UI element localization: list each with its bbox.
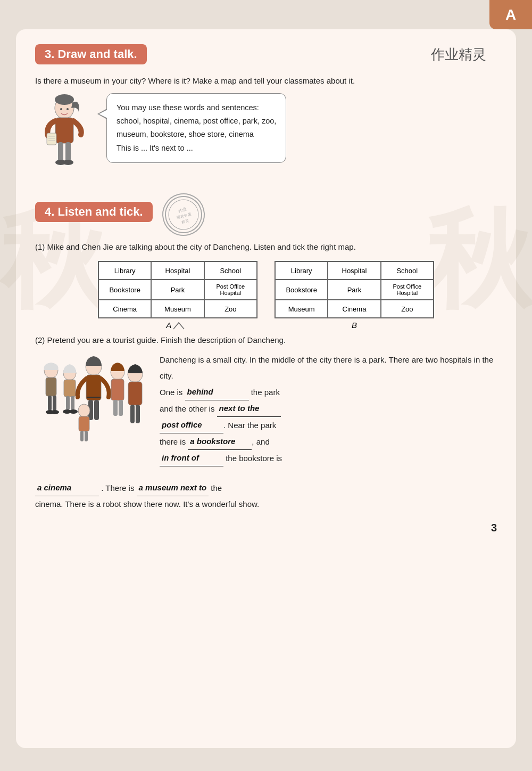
map-a: Library Hospital School Bookstore Park P… [98,261,257,318]
part1-instruction: (1) Mike and Chen Jie are talking about … [35,240,497,254]
desc-line1: Dancheng is a small city. In the middle … [160,355,493,380]
svg-point-1 [55,94,74,105]
section4: 4. Listen and tick. 作业 辅导专属 精灵 (1) Mike … [35,193,497,513]
svg-rect-33 [119,400,123,416]
desc-and: , and [252,437,269,446]
desc-line5-pre: and the other is [160,404,217,413]
svg-text:精灵: 精灵 [181,218,189,224]
map-b-label: B [275,321,434,330]
fill-cinema: a cinema [35,480,99,496]
map-b-cell-5: Park [328,280,380,300]
corner-label: A [505,6,516,23]
speech-line4: This is ... It's next to ... [117,142,276,155]
fill-post-office: post office [160,417,223,433]
map-b: Library Hospital School Bookstore Park P… [275,261,434,318]
svg-point-12 [66,108,69,110]
desc-line4-post: the park [249,388,280,397]
fill-museum-next-to: a museum next to [137,480,209,496]
fill-bookstore: a bookstore [188,433,252,450]
svg-rect-20 [48,396,52,411]
desc-there-is: there is [160,437,188,446]
map-b-cell-9: Zoo [381,300,434,318]
map-a-cell-2: Hospital [151,261,204,280]
description-block: Dancheng is a small city. In the middle … [160,352,497,466]
svg-rect-8 [65,142,71,161]
page-corner: A [489,0,532,29]
svg-rect-40 [130,405,135,423]
bottom-the: the [211,483,222,493]
svg-rect-23 [64,380,76,397]
map-b-cell-7: Museum [275,300,328,318]
desc-bookstore-is: the bookstore is [223,454,282,463]
map-b-cell-4: Bookstore [275,280,328,300]
svg-rect-7 [58,142,63,161]
map-a-container: Library Hospital School Bookstore Park P… [98,261,257,330]
map-a-cell-4: Bookstore [98,280,151,300]
svg-rect-19 [46,378,56,396]
svg-rect-25 [71,396,74,410]
svg-rect-3 [47,133,56,145]
speech-line1: You may use these words and sentences: [117,101,276,114]
svg-rect-2 [55,118,73,143]
svg-rect-31 [111,379,124,400]
chinese-title: 作业精灵 [431,45,486,64]
svg-rect-32 [113,400,118,416]
svg-rect-24 [66,396,70,410]
svg-rect-37 [85,431,88,441]
svg-point-46 [69,409,78,414]
svg-point-44 [51,410,59,414]
svg-rect-21 [53,396,56,411]
page-number: 3 [35,522,497,534]
maps-container: Library Hospital School Bookstore Park P… [35,261,497,330]
girl-illustration [35,93,94,181]
map-b-cell-6: Post Office Hospital [381,280,434,300]
main-card: 秋 秋 3. Draw and talk. 作业精灵 Is there a mu… [16,29,516,748]
fill-next-to: next to the [217,400,281,417]
speech-line2: school, hospital, cinema, post office, p… [117,114,276,128]
fill-in-front-of: in front of [160,450,223,466]
svg-text:作业: 作业 [177,207,187,214]
section3-intro: Is there a museum in your city? Where is… [35,74,497,88]
map-a-cell-1: Library [98,261,151,280]
bottom-cinema-sentence: cinema. There is a robot show there now.… [35,499,259,508]
svg-point-34 [78,404,90,417]
map-b-cell-1: Library [275,261,328,280]
map-b-container: Library Hospital School Bookstore Park P… [275,261,434,330]
svg-rect-41 [136,405,140,423]
svg-rect-29 [94,400,99,420]
map-a-label: A [98,321,257,330]
bottom-there-is: . There is [101,483,136,493]
map-b-cell-8: Cinema [328,300,380,318]
map-a-cell-8: Museum [151,300,204,318]
map-a-cell-9: Zoo [204,300,257,318]
svg-rect-39 [128,382,142,405]
map-b-cell-2: Hospital [328,261,380,280]
map-b-cell-3: School [381,261,434,280]
map-a-cell-6: Post Office Hospital [204,280,257,300]
bottom-description: a cinema . There is a museum next to the… [35,480,497,512]
map-a-cell-3: School [204,261,257,280]
svg-point-10 [63,160,73,165]
section3: 3. Draw and talk. 作业精灵 Is there a museum… [35,44,497,181]
map-a-cell-5: Park [151,280,204,300]
desc-line4-pre: One is [160,388,185,397]
svg-rect-27 [86,375,101,400]
svg-rect-35 [79,416,89,431]
section4-title: 4. Listen and tick. [35,202,153,222]
svg-rect-36 [80,431,84,441]
fill-behind: behind [185,384,249,400]
section3-title: 3. Draw and talk. [35,44,147,64]
stamp: 作业 辅导专属 精灵 [157,188,210,241]
speech-bubble: You may use these words and sentences: s… [106,93,286,163]
part2-body: Dancheng is a small city. In the middle … [35,352,497,477]
speech-line3: museum, bookstore, shoe store, cinema [117,128,276,141]
svg-point-11 [60,108,62,110]
part2-instruction: (2) Pretend you are a tourist guide. Fin… [35,335,497,345]
desc-near: . Near the park [223,421,276,430]
map-a-cell-7: Cinema [98,300,151,318]
group-illustration [35,352,147,477]
